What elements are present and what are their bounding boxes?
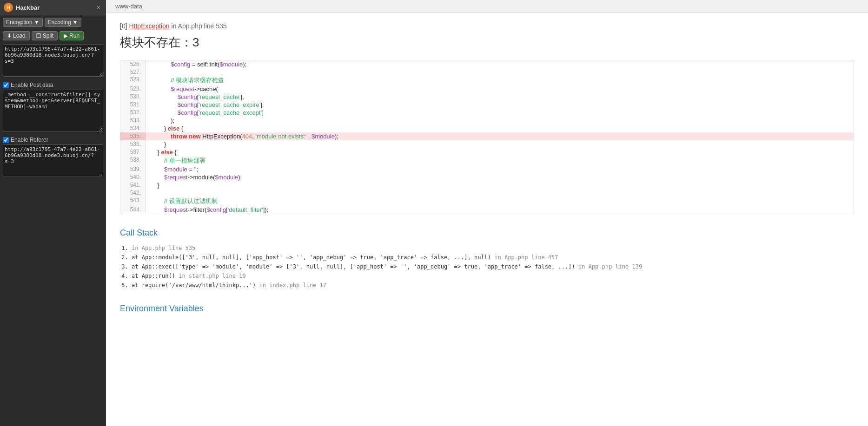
code-line: 542. — [120, 189, 854, 197]
line-number: 543. — [120, 197, 146, 206]
error-prefix: [0] — [120, 22, 127, 30]
line-number: 531. — [120, 101, 146, 109]
load-label: Load — [13, 33, 26, 39]
sidebar: H Hackbar × Encryption ▼ Encoding ▼ ⬇ Lo… — [0, 0, 106, 426]
line-code: $config['request_cache_except'] — [146, 109, 854, 117]
line-code: $config = self::init($module); — [146, 60, 854, 68]
code-line: 529. $request->cache( — [120, 85, 854, 93]
line-code: } — [146, 181, 854, 189]
referer-checkbox[interactable] — [3, 137, 9, 143]
encryption-label: Encryption — [6, 19, 33, 26]
line-number: 529. — [120, 85, 146, 93]
post-input[interactable]: _method=__construct&filter[]=system&meth… — [3, 90, 103, 131]
referer-input[interactable]: http://a93c1795-47a7-4e22-a861-6b96a9380… — [3, 144, 103, 177]
referer-section: Enable Referer http://a93c1795-47a7-4e22… — [0, 135, 106, 180]
main-content: [0] HttpException in App.php line 535 模块… — [106, 13, 868, 328]
call-stack-item: at App::exec(['type' => 'module', 'modul… — [132, 262, 854, 271]
code-line: 544. $request->filter($config['default_f… — [120, 206, 854, 214]
error-message: 模块不存在：3 — [120, 34, 854, 51]
line-number: 540. — [120, 173, 146, 181]
code-line: 539. $module = ''; — [120, 165, 854, 173]
line-code — [146, 189, 854, 197]
post-checkbox-label[interactable]: Enable Post data — [3, 82, 103, 88]
hackbar-logo: H — [4, 3, 13, 12]
code-line: 536. } — [120, 140, 854, 148]
code-line: 538. // 单一模块部署 — [120, 156, 854, 165]
encoding-arrow-icon: ▼ — [73, 19, 78, 26]
line-code: // 模块请求缓存检查 — [146, 76, 854, 85]
line-code: $config['request_cache'], — [146, 93, 854, 101]
encoding-dropdown[interactable]: Encoding ▼ — [45, 18, 81, 27]
code-line: 541. } — [120, 181, 854, 189]
post-checkbox[interactable] — [3, 82, 9, 88]
code-line: 532. $config['request_cache_except'] — [120, 109, 854, 117]
line-number: 535. — [120, 132, 146, 140]
url-input[interactable]: http://a93c1795-47a7-4e22-a861-6b96a9380… — [3, 44, 103, 77]
exception-name: HttpException — [129, 22, 169, 30]
code-line: 533. ); — [120, 117, 854, 125]
call-stack-item: at require('/var/www/html/thinkp...') in… — [132, 281, 854, 290]
code-line: 540. $request->module($module); — [120, 173, 854, 181]
line-code: $request->cache( — [146, 85, 854, 93]
run-button[interactable]: ▶ Run — [60, 31, 84, 40]
line-number: 530. — [120, 93, 146, 101]
line-number: 544. — [120, 206, 146, 214]
referer-checkbox-label[interactable]: Enable Referer — [3, 137, 103, 143]
line-number: 532. — [120, 109, 146, 117]
line-number: 539. — [120, 165, 146, 173]
code-line: 534. } else { — [120, 125, 854, 132]
line-code: $config['request_cache_expire'], — [146, 101, 854, 109]
line-code: // 设置默认过滤机制 — [146, 197, 854, 206]
line-code: throw new HttpException(404, 'module not… — [146, 132, 854, 140]
code-line: 526. $config = self::init($module); — [120, 60, 854, 68]
split-label: Split — [43, 33, 53, 39]
code-block: 526. $config = self::init($module);527.5… — [120, 60, 854, 214]
line-number: 536. — [120, 140, 146, 148]
code-line: 543. // 设置默认过滤机制 — [120, 197, 854, 206]
call-stack-list: in App.php line 535at App::module(['3', … — [120, 243, 854, 290]
call-stack-item: at App::module(['3', null, null], ['app_… — [132, 253, 854, 262]
line-code: // 单一模块部署 — [146, 156, 854, 165]
action-row: ⬇ Load ⧠ Split ▶ Run — [0, 29, 106, 42]
encoding-label: Encoding — [48, 19, 71, 26]
line-number: 537. — [120, 148, 146, 156]
encryption-arrow-icon: ▼ — [34, 19, 40, 26]
env-vars-title: Environment Variables — [120, 304, 854, 314]
code-line: 527. — [120, 68, 854, 76]
code-line: 530. $config['request_cache'], — [120, 93, 854, 101]
split-button[interactable]: ⧠ Split — [32, 31, 58, 40]
line-number: 534. — [120, 125, 146, 132]
code-line: 535. throw new HttpException(404, 'modul… — [120, 132, 854, 140]
sidebar-header: H Hackbar × — [0, 0, 106, 15]
run-icon: ▶ — [64, 33, 68, 39]
code-line: 528. // 模块请求缓存检查 — [120, 76, 854, 85]
call-stack-title: Call Stack — [120, 228, 854, 238]
line-code: } else { — [146, 125, 854, 132]
url-area: http://a93c1795-47a7-4e22-a861-6b96a9380… — [0, 42, 106, 80]
code-line: 537. } else { — [120, 148, 854, 156]
load-button[interactable]: ⬇ Load — [3, 31, 30, 40]
error-location: in App.php line 535 — [172, 22, 227, 30]
close-button[interactable]: × — [95, 3, 102, 12]
line-code: ); — [146, 117, 854, 125]
line-code: $request->module($module); — [146, 173, 854, 181]
line-number: 542. — [120, 189, 146, 197]
code-line: 531. $config['request_cache_expire'], — [120, 101, 854, 109]
line-code: } — [146, 140, 854, 148]
line-code: $request->filter($config['default_filter… — [146, 206, 854, 214]
post-section: Enable Post data _method=__construct&fil… — [0, 80, 106, 135]
line-number: 533. — [120, 117, 146, 125]
call-stack-item: in App.php line 535 — [132, 243, 854, 253]
call-stack-item: at App::run() in start.php line 19 — [132, 271, 854, 281]
main-content-area: www-data [0] HttpException in App.php li… — [106, 0, 868, 426]
line-number: 526. — [120, 60, 146, 68]
encryption-dropdown[interactable]: Encryption ▼ — [3, 18, 43, 27]
referer-label-text: Enable Referer — [11, 137, 48, 143]
sidebar-header-left: H Hackbar — [4, 3, 40, 12]
line-code: $module = ''; — [146, 165, 854, 173]
line-code — [146, 68, 854, 76]
sidebar-title: Hackbar — [16, 4, 40, 11]
split-icon: ⧠ — [36, 33, 41, 39]
line-code: } else { — [146, 148, 854, 156]
line-number: 541. — [120, 181, 146, 189]
